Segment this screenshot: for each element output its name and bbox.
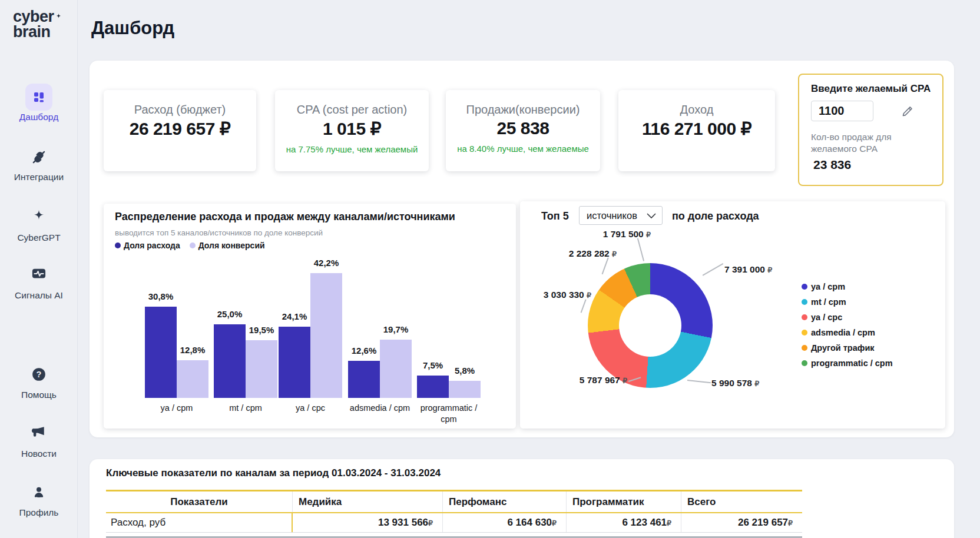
table-header-cell: Показатели [106, 491, 293, 512]
bar-category-label: ya / cpc [276, 403, 345, 414]
legend-dot-icon [802, 345, 807, 351]
sources-select[interactable]: источников [579, 206, 663, 225]
legend-item: mt / cpm [802, 297, 846, 307]
sidebar-item-label: Сигналы AI [0, 290, 78, 301]
logo-text-line2: brain [13, 25, 62, 40]
legend-label: Доля конверсий [198, 241, 265, 250]
bar [417, 376, 449, 398]
sidebar-item-label: Новости [0, 449, 78, 459]
donut-label-connector [687, 380, 711, 383]
legend-label: ya / cpc [811, 313, 842, 322]
bar-value-label: 19,7% [382, 324, 410, 334]
legend-dot-icon [802, 299, 807, 305]
sidebar-item-profile[interactable]: Профиль [0, 483, 78, 518]
legend-label: ya / cpm [811, 282, 845, 291]
legend-dot-icon [115, 243, 121, 248]
donut-label-connector [581, 299, 587, 313]
bar-value-label: 24,1% [280, 311, 309, 321]
bar-value-label: 42,2% [312, 258, 341, 268]
sidebar-item-cybergpt[interactable]: CyberGPT [0, 207, 78, 243]
bar-value-label: 5,8% [453, 366, 476, 376]
table-cell: 26 219 657 ₽ [681, 513, 802, 532]
kpi-table: ПоказателиМедийкаПерфомансПрограмматикВс… [106, 490, 802, 533]
kpi-label: Доход [618, 103, 775, 117]
kpi-value: 25 838 [446, 118, 600, 138]
sidebar-item-signals[interactable]: Сигналы AI [0, 264, 78, 301]
bar [246, 340, 277, 398]
table-header-cell: Всего [681, 491, 802, 512]
bar [214, 324, 246, 398]
legend-item: Другой трафик [802, 343, 875, 353]
sidebar-item-dashboard[interactable]: Дашборд [0, 84, 78, 122]
legend-dot-icon [802, 314, 807, 320]
donut-label-connector [637, 238, 644, 261]
bar-value-label: 12,8% [178, 345, 207, 355]
cpa-widget-title: Введите желаемый CPA [811, 83, 938, 95]
legend-dot-icon [802, 284, 807, 290]
sidebar: cyber brain ДашбордИнтеграцииCyberGPTСиг… [0, 0, 78, 538]
legend-label: Другой трафик [811, 343, 875, 353]
person-icon [25, 483, 52, 502]
cpa-result-value: 23 836 [813, 158, 851, 172]
donut-value-label: 7 391 000 ₽ [724, 264, 794, 275]
kpi-note: на 7.75% лучше, чем желаемый [275, 144, 429, 154]
table-header-row: ПоказателиМедийкаПерфомансПрограмматикВс… [106, 490, 802, 513]
kpi-card: Доход116 271 000 ₽ [618, 90, 775, 171]
pulse-icon [25, 264, 52, 283]
bar-category-label: mt / cpm [211, 403, 280, 414]
legend-label: adsmedia / cpm [811, 328, 875, 337]
kpi-label: CPA (cost per action) [275, 103, 429, 117]
table-row: Расход, руб13 931 566 ₽6 164 630 ₽6 123 … [106, 513, 802, 533]
megaphone-icon [25, 423, 52, 441]
bar [380, 340, 412, 398]
donut-chart-card: Топ 5 источников по доле расхода 7 391 0… [520, 201, 945, 429]
pencil-icon[interactable] [900, 104, 915, 121]
bar [279, 327, 310, 398]
legend-dot-icon [190, 243, 196, 248]
legend-label: Доля расхода [124, 241, 180, 250]
donut-title-suffix: по доле расхода [672, 210, 759, 222]
legend-item: adsmedia / cpm [802, 328, 875, 337]
sidebar-item-integrations[interactable]: Интеграции [0, 148, 78, 182]
legend-label: mt / cpm [811, 297, 846, 307]
table-cell: 6 123 461 ₽ [567, 513, 681, 532]
sparkle-icon [25, 207, 52, 225]
bar-value-label: 30,8% [147, 291, 176, 301]
dashboard-grid-icon [25, 84, 52, 111]
legend-item: programmatic / cpm [802, 358, 893, 368]
bar-value-label: 25,0% [216, 309, 244, 319]
sidebar-item-news[interactable]: Новости [0, 423, 78, 459]
question-icon: ? [25, 365, 52, 384]
table-cell: 13 931 566 ₽ [293, 513, 443, 532]
legend-dot-icon [802, 330, 807, 336]
kpi-label: Расход (бюджет) [104, 103, 256, 117]
sidebar-item-label: Профиль [0, 507, 78, 518]
sidebar-item-label: Интеграции [0, 172, 78, 182]
sidebar-item-help[interactable]: ?Помощь [0, 365, 78, 400]
bar-value-label: 19,5% [247, 325, 276, 335]
svg-text:?: ? [37, 370, 42, 379]
donut-label-connector [703, 263, 723, 275]
donut-value-label: 3 030 330 ₽ [522, 290, 591, 300]
logo: cyber brain [13, 9, 62, 39]
legend-item: Доля конверсий [190, 241, 265, 250]
donut-hole [619, 294, 681, 357]
legend-item: Доля расхода [115, 241, 180, 250]
sidebar-item-label: Помощь [0, 390, 78, 400]
bar [310, 273, 342, 398]
table-header-cell: Программатик [567, 491, 681, 512]
kpi-card: Расход (бюджет)26 219 657 ₽ [104, 90, 256, 171]
logo-sparkle-icon [55, 8, 62, 24]
cpa-result-label: Кол-во продаж для желаемого CPA [811, 131, 920, 155]
logo-text-line1: cyber [13, 9, 54, 25]
donut-value-label: 5 787 967 ₽ [558, 375, 627, 386]
legend-item: ya / cpc [802, 313, 842, 322]
donut-value-label: 2 228 282 ₽ [547, 248, 617, 259]
sidebar-item-label: Дашборд [0, 112, 78, 122]
cpa-input[interactable] [811, 101, 873, 121]
table-cell: Расход, руб [106, 513, 293, 532]
bar [177, 360, 208, 398]
bar-chart-card: Распределение расхода и продаж между кан… [104, 204, 516, 429]
table-header-cell: Перфоманс [443, 491, 567, 512]
donut-value-label: 5 990 578 ₽ [711, 378, 781, 388]
